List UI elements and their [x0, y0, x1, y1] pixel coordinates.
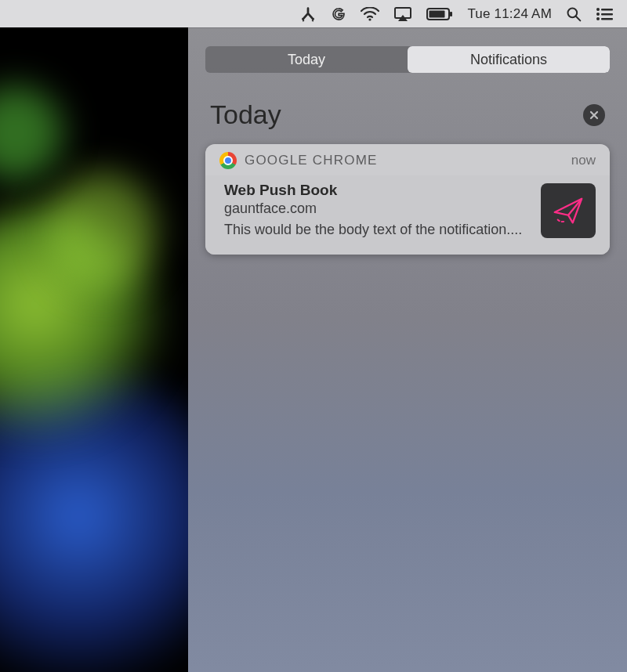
notification-card[interactable]: GOOGLE CHROME now Web Push Book gauntfac…: [205, 144, 610, 255]
notification-center-tabs: Today Notifications: [205, 46, 610, 73]
svg-point-14: [596, 17, 600, 20]
notification-domain: gauntface.com: [224, 201, 527, 217]
notification-body: This would be the body text of the notif…: [224, 220, 527, 239]
notification-title: Web Push Book: [224, 182, 527, 199]
svg-rect-15: [601, 18, 613, 20]
svg-point-2: [369, 18, 371, 20]
svg-point-12: [596, 13, 600, 16]
paper-plane-icon: [550, 193, 586, 229]
notification-center-icon[interactable]: [596, 7, 613, 21]
menubar-clock[interactable]: Tue 11:24 AM: [467, 6, 552, 22]
svg-rect-6: [429, 10, 445, 17]
battery-icon[interactable]: [426, 8, 453, 20]
svg-rect-7: [450, 12, 452, 16]
chrome-app-icon: [219, 152, 237, 169]
fork-indicator-icon[interactable]: [299, 6, 317, 22]
desktop-wallpaper: [0, 0, 188, 672]
svg-line-9: [576, 16, 581, 20]
notification-card-header: GOOGLE CHROME now: [205, 144, 610, 175]
clear-all-button[interactable]: [583, 104, 605, 126]
tab-notifications[interactable]: Notifications: [408, 46, 610, 73]
svg-rect-13: [601, 13, 613, 15]
close-icon: [589, 110, 600, 121]
airplay-icon[interactable]: [393, 6, 412, 22]
svg-rect-11: [601, 9, 613, 10]
notification-time-ago: now: [571, 153, 596, 168]
google-status-icon[interactable]: [331, 6, 346, 22]
notification-center-panel: Today Notifications Today GOOGLE CHROME …: [188, 27, 627, 672]
spotlight-search-icon[interactable]: [566, 6, 582, 22]
notification-app-name: GOOGLE CHROME: [245, 153, 378, 168]
wifi-icon[interactable]: [361, 7, 379, 21]
tab-today[interactable]: Today: [205, 46, 408, 73]
svg-point-10: [596, 8, 600, 11]
macos-menubar: Tue 11:24 AM: [0, 0, 627, 27]
section-title: Today: [210, 99, 281, 130]
notification-thumbnail: [541, 183, 596, 238]
